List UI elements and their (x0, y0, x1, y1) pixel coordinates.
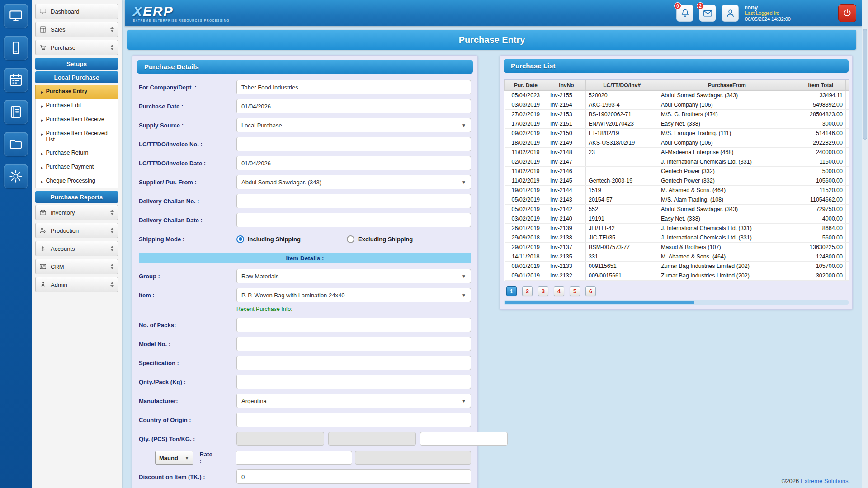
table-row[interactable]: 18/02/2019Inv-2149AKS-US318/02/19Abul Co… (505, 138, 850, 148)
sidebar-item-production[interactable]: Production (35, 223, 118, 238)
logout-button[interactable] (838, 4, 856, 22)
column-header-purchasefrom: PurchaseFrom (658, 80, 796, 91)
table-row[interactable]: 05/02/2019Inv-2142552Abdul Somad Sawdaga… (505, 205, 850, 214)
sidebar-item-dashboard[interactable]: Dashboard (35, 4, 118, 19)
footer-link[interactable]: Extreme Solutions. (801, 478, 850, 484)
table-row[interactable]: 09/02/2019Inv-2150FT-18/02/19M/S. Faruqu… (505, 129, 850, 138)
page-button-3[interactable]: 3 (538, 286, 548, 296)
table-row[interactable]: 03/02/2019Inv-214019191Easy Net. (338)40… (505, 214, 850, 224)
sidebar-subitem-purchase-edit[interactable]: ▸Purchase Edit (35, 99, 118, 113)
scrollbar-thumb[interactable] (505, 301, 694, 304)
journal-icon[interactable] (4, 100, 28, 124)
table-cell: JIC-TFI/35 (586, 233, 658, 243)
sidebar-item-inventory[interactable]: Inventory (35, 205, 118, 220)
logo-text: XERP (133, 5, 230, 18)
table-row[interactable]: 27/02/2019Inv-2153BS-19020062-71M/S. G. … (505, 110, 850, 119)
sidebar-subitem-purchase-entry[interactable]: ▸Purchase Entry (35, 85, 118, 99)
specification-input[interactable] (236, 356, 471, 370)
table-row[interactable]: 29/01/2019Inv-2137BSM-007573-77Masud & B… (505, 243, 850, 252)
sidebar-subitem-purchase-item-received-list[interactable]: ▸Purchase Item Received List (35, 127, 118, 146)
table-row[interactable]: 17/02/2019Inv-2151EN/WP/20170423Easy Net… (505, 119, 850, 129)
scrollbar-thumb[interactable] (863, 29, 867, 140)
sidebar-item-admin[interactable]: Admin (35, 277, 118, 292)
rate-input[interactable] (236, 451, 353, 465)
gear-icon[interactable] (4, 164, 28, 188)
table-cell: AKS-US318/02/19 (586, 138, 658, 148)
qty-input-3[interactable] (420, 432, 508, 446)
table-row[interactable]: 05/04/2023Inv-2155520020Abdul Somad Sawd… (505, 91, 850, 100)
sidebar-subitem-purchase-item-receive[interactable]: ▸Purchase Item Receive (35, 113, 118, 127)
column-header-pur-date: Pur. Date (505, 80, 547, 91)
page-button-6[interactable]: 6 (585, 286, 596, 296)
chevron-down-icon: ▼ (462, 123, 466, 128)
qnty-pack-input[interactable] (236, 375, 471, 389)
lc-invoice-no-input[interactable] (236, 137, 471, 151)
including-shipping-radio[interactable] (236, 235, 244, 243)
page-button-2[interactable]: 2 (522, 286, 533, 296)
sidebar-subitem-purchase-payment[interactable]: ▸Purchase Payment (35, 160, 118, 174)
table-row[interactable]: 05/02/2019Inv-214320154-57M/S. Alam Trad… (505, 195, 850, 205)
table-cell: 13630225.00 (796, 243, 846, 252)
table-row[interactable]: 11/02/2019Inv-2145Gentech-2003-19Gentech… (505, 176, 850, 186)
challan-no-input[interactable] (236, 194, 471, 208)
purchase-details-form: For Company/Dept. : Purchase Date : Supp… (137, 80, 473, 488)
table-row[interactable]: 08/01/2019Inv-2133009115651Zumar Bag Ind… (505, 262, 850, 271)
mobile-device-icon[interactable] (4, 36, 28, 60)
page-button-1[interactable]: 1 (506, 286, 517, 296)
group-select[interactable]: Raw Materials ▼ (236, 269, 471, 283)
supply-source-select[interactable]: Local Purchase ▼ (236, 118, 471, 132)
notifications-button[interactable]: 0 (676, 5, 693, 22)
sidebar-item-sales[interactable]: Sales (35, 22, 118, 37)
table-row[interactable]: 14/11/2018Inv-2135331M. Ahamed & Sons. (… (505, 252, 850, 262)
discount-input[interactable] (236, 469, 471, 484)
lc-invoice-date-input[interactable] (236, 156, 471, 170)
table-cell: 28504823.00 (796, 110, 846, 119)
table-row[interactable]: 02/02/2019Inv-2147J. International Chemi… (505, 157, 850, 167)
table-row[interactable]: 09/01/2019Inv-2132009/0015661Zumar Bag I… (505, 271, 850, 281)
table-cell: 302000.00 (796, 271, 846, 281)
manufacturer-value: Argentina (241, 398, 267, 404)
table-row[interactable]: 29/09/2018Inv-2138JIC-TFI/35J. Internati… (505, 233, 850, 243)
page-vertical-scrollbar[interactable] (862, 0, 868, 488)
sidebar-subitem-purchase-return[interactable]: ▸Purchase Return (35, 146, 118, 160)
supplier-select[interactable]: Abdul Somad Sawdagar. (343) ▼ (236, 175, 471, 189)
page-button-4[interactable]: 4 (554, 286, 564, 296)
chevron-down-icon: ▼ (462, 399, 466, 404)
table-cell: 8664.00 (796, 224, 846, 233)
table-cell (846, 176, 850, 186)
manufacturer-select[interactable]: Argentina ▼ (236, 394, 471, 408)
table-row[interactable]: 11/02/2019Inv-2146Gentech Power (332)500… (505, 167, 850, 176)
calendar-icon[interactable] (4, 68, 28, 92)
table-cell: Inv-2154 (547, 100, 586, 110)
unit-select[interactable]: Maund ▼ (155, 451, 193, 465)
table-row[interactable]: 03/03/2019Inv-2154AKC-1993-4Abul Company… (505, 100, 850, 110)
table-row[interactable]: 19/01/2019Inv-21441519M. Ahamed & Sons. … (505, 186, 850, 195)
table-row[interactable]: 11/02/2019Inv-214823Al-Madeena Enterpris… (505, 148, 850, 157)
excluding-shipping-radio[interactable] (347, 235, 354, 243)
page-button-5[interactable]: 5 (570, 286, 580, 296)
monitor-icon[interactable] (4, 4, 28, 28)
folder-icon[interactable] (4, 132, 28, 156)
table-cell: J. International Chemicals Ltd. (331) (658, 224, 796, 233)
table-horizontal-scrollbar[interactable] (504, 300, 849, 305)
item-select[interactable]: P. P. Woven Bag with Lamination 24x40 ▼ (236, 288, 471, 302)
challan-date-input[interactable] (236, 213, 471, 227)
model-no-input[interactable] (236, 337, 471, 351)
user-avatar-button[interactable] (722, 5, 739, 22)
sidebar-item-crm[interactable]: CRM (35, 259, 118, 274)
purchase-date-input[interactable] (236, 99, 471, 113)
no-of-packs-input[interactable] (236, 318, 471, 332)
country-of-origin-input[interactable] (236, 413, 471, 427)
table-cell: 11/02/2019 (505, 167, 547, 176)
rate-label: Rate : (200, 451, 216, 465)
table-cell (846, 167, 850, 176)
unit-value: Maund (159, 455, 178, 461)
column-header-clipped (846, 80, 850, 91)
table-row[interactable]: 26/01/2019Inv-2139JFI/TFI-42J. Internati… (505, 224, 850, 233)
sidebar-subitem-cheque-processing[interactable]: ▸Cheque Processing (35, 174, 118, 188)
company-input[interactable] (236, 80, 471, 94)
table-cell (846, 195, 850, 205)
sidebar-item-accounts[interactable]: Accounts (35, 241, 118, 256)
messages-button[interactable]: 2 (699, 5, 716, 22)
sidebar-item-purchase[interactable]: Purchase (35, 40, 118, 55)
